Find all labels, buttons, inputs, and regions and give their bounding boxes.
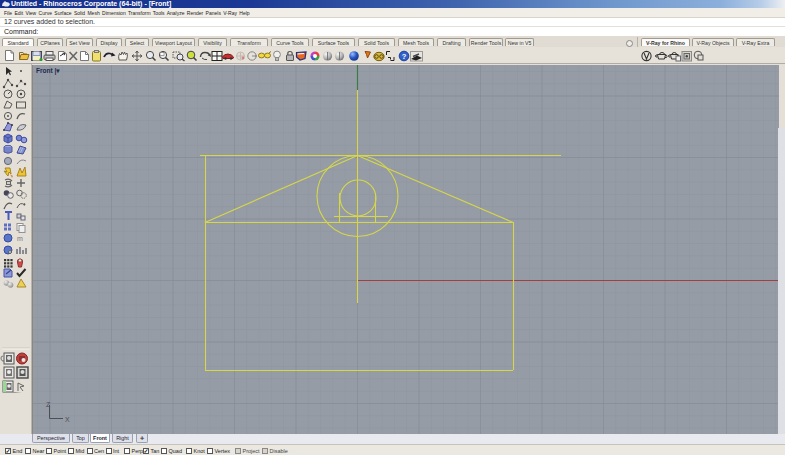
svg-text:Z: Z [46,401,51,408]
svg-text:X: X [65,416,70,423]
svg-text:?: ? [402,52,407,61]
svg-text:m: m [17,235,23,242]
